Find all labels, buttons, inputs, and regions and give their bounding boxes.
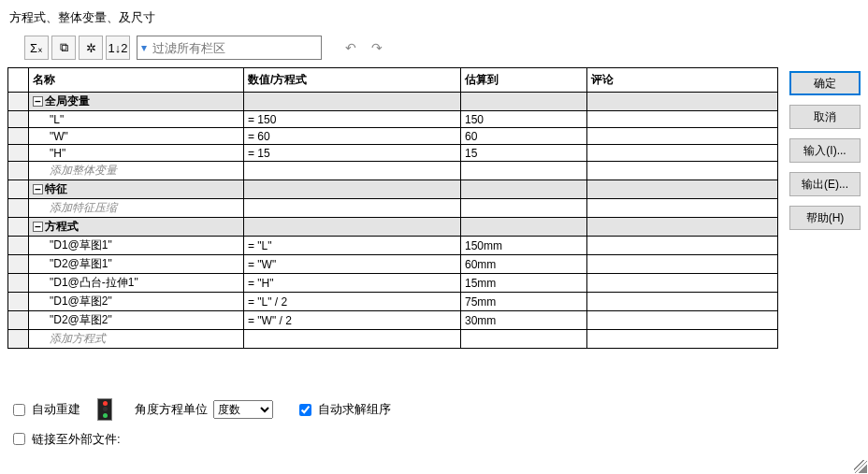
cell-value: = "H" (244, 274, 461, 293)
auto-rebuild-checkbox[interactable]: 自动重建 (9, 401, 80, 419)
cell-name: "L" (29, 111, 244, 128)
cell-eval: 150 (461, 111, 587, 128)
table-row[interactable]: "D2@草图1" = "W" 60mm (8, 255, 778, 274)
dialog-buttons: 确定 取消 输入(I)... 输出(E)... 帮助(H) (789, 67, 861, 349)
cell-name: "D1@草图1" (29, 237, 244, 255)
table-row[interactable]: "H" = 15 15 (8, 145, 778, 162)
undo-button[interactable]: ↶ (341, 38, 360, 57)
cell-eval: 150mm (461, 237, 587, 255)
cell-value: = 15 (244, 145, 461, 162)
redo-button[interactable]: ↷ (368, 38, 386, 57)
traffic-light-icon (97, 398, 112, 421)
header-value[interactable]: 数值/方程式 (244, 68, 461, 93)
cell-name: "W" (29, 128, 244, 145)
angle-unit-select[interactable]: 度数 (213, 400, 273, 419)
table-row[interactable]: "D1@凸台-拉伸1" = "H" 15mm (8, 274, 778, 293)
header-comment[interactable]: 评论 (587, 68, 778, 93)
collapse-icon[interactable]: − (33, 184, 43, 194)
cell-value: = "W" / 2 (244, 311, 461, 330)
filter-input[interactable] (151, 40, 317, 56)
sigma-button[interactable]: Σₓ (24, 36, 49, 60)
section-globals[interactable]: −全局变量 (8, 93, 778, 111)
table-row[interactable]: "D2@草图2" = "W" / 2 30mm (8, 311, 778, 330)
toolbar: Σₓ ⧉ ✲ 1↓2 ▾ ↶ ↷ (24, 36, 861, 60)
equations-grid: 名称 数值/方程式 估算到 评论 −全局变量 "L" = 150 150 "W" (7, 67, 778, 349)
filter-box[interactable]: ▾ (137, 36, 322, 60)
add-row-equations[interactable]: 添加方程式 (8, 330, 778, 349)
view-button-1[interactable]: ⧉ (51, 36, 76, 60)
angle-unit-label: 角度方程单位 (135, 401, 208, 418)
header-row: 名称 数值/方程式 估算到 评论 (8, 68, 778, 93)
view-button-2[interactable]: ✲ (79, 36, 103, 60)
cell-name: "H" (29, 145, 244, 162)
cell-value: = "L" / 2 (244, 293, 461, 311)
cell-eval: 30mm (461, 311, 587, 330)
add-row-globals[interactable]: 添加整体变量 (8, 162, 778, 180)
section-equations[interactable]: −方程式 (8, 218, 778, 237)
cancel-button[interactable]: 取消 (789, 105, 861, 129)
import-button[interactable]: 输入(I)... (789, 138, 861, 163)
cell-value: = 60 (244, 128, 461, 145)
table-row[interactable]: "D1@草图1" = "L" 150mm (8, 237, 778, 255)
auto-solve-checkbox[interactable]: 自动求解组序 (296, 401, 391, 419)
cell-eval: 60mm (461, 255, 587, 274)
cell-value: = 150 (244, 111, 461, 128)
cell-name: "D2@草图2" (29, 311, 244, 330)
sort-button[interactable]: 1↓2 (106, 36, 130, 60)
cell-name: "D1@凸台-拉伸1" (29, 274, 244, 293)
collapse-icon[interactable]: − (33, 222, 43, 232)
funnel-icon: ▾ (141, 41, 147, 54)
collapse-icon[interactable]: − (33, 96, 43, 107)
help-button[interactable]: 帮助(H) (789, 206, 861, 230)
cell-name: "D2@草图1" (29, 255, 244, 274)
cell-value: = "L" (244, 237, 461, 255)
cell-eval: 15mm (461, 274, 587, 293)
header-eval[interactable]: 估算到 (461, 68, 587, 93)
export-button[interactable]: 输出(E)... (789, 172, 861, 196)
dialog-title: 方程式、整体变量、及尺寸 (0, 0, 868, 32)
link-file-checkbox[interactable]: 链接至外部文件: (9, 430, 121, 448)
add-row-features[interactable]: 添加特征压缩 (8, 199, 778, 218)
table-row[interactable]: "L" = 150 150 (8, 111, 778, 128)
cell-value: = "W" (244, 255, 461, 274)
bottom-controls: 自动重建 角度方程单位 度数 自动求解组序 链接至外部文件: (9, 398, 859, 457)
header-blank (8, 68, 29, 93)
cell-name: "D1@草图2" (29, 293, 244, 311)
header-name[interactable]: 名称 (29, 68, 244, 93)
section-features[interactable]: −特征 (8, 180, 778, 199)
table-row[interactable]: "W" = 60 60 (8, 128, 778, 145)
cell-eval: 75mm (461, 293, 587, 311)
cell-eval: 15 (461, 145, 587, 162)
cell-eval: 60 (461, 128, 587, 145)
resize-grip[interactable] (854, 460, 867, 473)
table-row[interactable]: "D1@草图2" = "L" / 2 75mm (8, 293, 778, 311)
ok-button[interactable]: 确定 (789, 71, 861, 95)
